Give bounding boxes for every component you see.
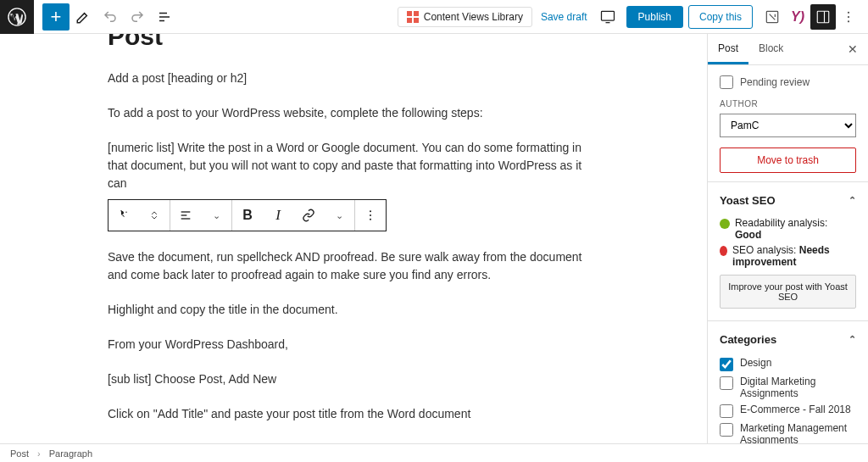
toolbar-extra-icon1[interactable] (760, 4, 785, 30)
author-select[interactable]: PamC (720, 114, 856, 137)
top-toolbar: + Content Views Library Save draft Publi… (0, 0, 868, 34)
status-panel: Pending review AUTHOR PamC Move to trash (708, 65, 868, 182)
category-item[interactable]: Design (720, 357, 853, 371)
chevron-up-icon: ⌃ (849, 334, 856, 345)
seo-dot-icon (720, 246, 727, 256)
settings-icon[interactable] (810, 4, 836, 30)
paragraph[interactable]: Highlight and copy the title in the docu… (108, 301, 599, 319)
category-item[interactable]: Digital Marketing Assignments (720, 376, 853, 399)
paragraph[interactable]: Add a post [heading or h2] (108, 70, 599, 87)
paragraph[interactable]: [numeric list] Write the post in a Word … (108, 139, 599, 192)
wordpress-logo[interactable] (0, 0, 34, 34)
category-item[interactable]: Marketing Management Assignments (720, 422, 853, 446)
move-to-trash-button[interactable]: Move to trash (720, 148, 856, 173)
sidebar-tabs: Post Block ✕ (708, 34, 868, 65)
pending-review-label: Pending review (740, 76, 810, 88)
paragraph[interactable]: Save the document, run spellcheck AND pr… (108, 248, 599, 284)
svg-rect-2 (159, 16, 170, 18)
paragraph[interactable]: Click on "Add Title" and paste your post… (108, 405, 599, 423)
category-item[interactable]: E-Commerce - Fall 2018 (720, 404, 853, 418)
editor-canvas[interactable]: Adding and Formatting a WordPress Post A… (0, 34, 707, 450)
edit-icon[interactable] (70, 3, 97, 31)
more-format-icon[interactable]: ⌄ (324, 200, 354, 231)
add-block-button[interactable]: + (42, 3, 70, 31)
undo-icon[interactable] (97, 3, 124, 31)
svg-point-12 (125, 212, 127, 214)
align-icon[interactable] (170, 200, 201, 231)
block-type-icon[interactable] (108, 200, 139, 231)
close-icon[interactable]: ✕ (837, 34, 868, 64)
author-heading: AUTHOR (720, 99, 856, 109)
yoast-section-toggle[interactable]: Yoast SEO ⌃ (708, 182, 868, 210)
tab-post[interactable]: Post (708, 34, 748, 64)
tab-block[interactable]: Block (748, 34, 793, 64)
categories-section-body: Design Digital Marketing Assignments E-C… (708, 349, 868, 450)
paragraph[interactable]: To add a post to your WordPress website,… (108, 104, 599, 122)
block-toolbar: ⌄ B I ⌄ (108, 199, 387, 231)
svg-rect-1 (159, 12, 167, 14)
seo-label: SEO analysis: (732, 244, 796, 256)
grid-icon (407, 11, 419, 23)
content-views-button[interactable]: Content Views Library (398, 7, 532, 27)
paragraph[interactable]: [sub list] Choose Post, Add New (108, 370, 599, 388)
block-more-icon[interactable] (355, 200, 386, 231)
categories-section-toggle[interactable]: Categories ⌃ (708, 321, 868, 349)
link-button[interactable] (293, 200, 324, 231)
breadcrumb-separator-icon: › (37, 448, 41, 459)
copy-button[interactable]: Copy this (688, 5, 753, 29)
readability-value: Good (735, 229, 761, 241)
breadcrumb-root[interactable]: Post (10, 448, 29, 459)
document-outline-icon[interactable] (151, 3, 178, 31)
svg-point-8 (848, 11, 849, 13)
svg-point-11 (120, 210, 122, 212)
categories-title: Categories (720, 333, 776, 346)
preview-button[interactable] (594, 3, 621, 31)
svg-point-10 (848, 20, 849, 22)
drag-handle-icon[interactable] (139, 200, 170, 231)
publish-button[interactable]: Publish (626, 6, 683, 28)
chevron-up-icon: ⌃ (849, 195, 856, 206)
svg-point-18 (370, 219, 371, 220)
content-views-label: Content Views Library (424, 11, 523, 23)
breadcrumb-leaf[interactable]: Paragraph (49, 448, 92, 459)
bold-button[interactable]: B (232, 200, 263, 231)
save-draft-link[interactable]: Save draft (541, 11, 587, 23)
breadcrumb: Post › Paragraph (0, 443, 868, 462)
yoast-icon[interactable]: Y) (785, 4, 810, 30)
settings-sidebar: Post Block ✕ Pending review AUTHOR PamC … (707, 34, 868, 450)
yoast-section-body: Readability analysis: Good SEO analysis:… (708, 210, 868, 321)
main-area: Adding and Formatting a WordPress Post A… (0, 34, 868, 450)
svg-rect-6 (817, 11, 829, 23)
yoast-improve-button[interactable]: Improve your post with Yoast SEO (720, 275, 856, 309)
align-chevron-icon[interactable]: ⌄ (201, 200, 231, 231)
svg-rect-3 (159, 19, 164, 21)
post-title[interactable]: Adding and Formatting a WordPress Post (108, 34, 599, 53)
svg-point-9 (848, 15, 849, 17)
paragraph[interactable]: From your WordPress Dashboard, (108, 336, 599, 353)
svg-rect-4 (601, 11, 614, 20)
italic-button[interactable]: I (263, 200, 293, 231)
readability-label: Readability analysis: (735, 217, 827, 229)
more-options-icon[interactable] (836, 4, 861, 30)
svg-point-17 (370, 214, 371, 216)
yoast-title: Yoast SEO (720, 194, 776, 207)
svg-point-16 (370, 210, 371, 212)
redo-icon[interactable] (124, 3, 151, 31)
pending-review-checkbox[interactable]: Pending review (720, 74, 856, 91)
readability-dot-icon (720, 219, 730, 229)
